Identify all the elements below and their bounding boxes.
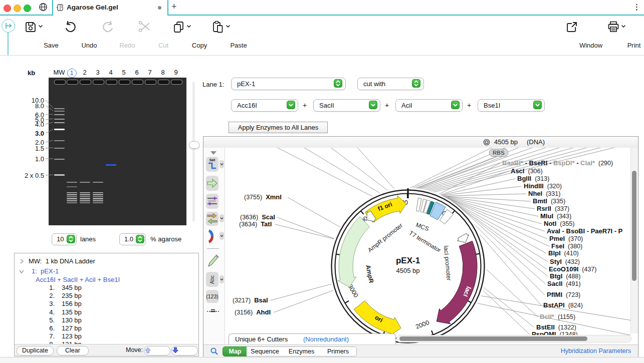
gel-band[interactable] — [54, 129, 65, 130]
gel-band[interactable] — [80, 202, 90, 203]
gel-band[interactable] — [54, 140, 65, 141]
restriction-site-label[interactable]: AvaI - BsoBI - PaeR7I - P — [547, 227, 622, 235]
lanes-count-spinner[interactable]: 10 — [52, 233, 77, 245]
enzyme-dropdown-1[interactable]: Acc16I — [231, 99, 298, 112]
lane-header-selected[interactable]: 1 — [65, 69, 79, 78]
lane-header-8[interactable]: 8 — [156, 69, 170, 76]
restriction-site-label[interactable]: (3634)TatI — [239, 220, 272, 228]
gel-band[interactable] — [93, 194, 103, 195]
enzyme-dropdown-2[interactable]: SacII — [313, 99, 380, 112]
cutters-tab[interactable]: Unique 6+ Cutters (Nonredundant) — [229, 333, 396, 345]
new-tab-button[interactable]: + — [171, 2, 177, 12]
restriction-site-label[interactable]: FseI(380) — [551, 242, 582, 250]
plasmid-map-canvas[interactable]: 50010001500200025003000350040004500f1 or… — [225, 148, 630, 344]
lane-header-6[interactable]: 6 — [130, 69, 144, 76]
tab-map[interactable]: Map — [223, 346, 248, 356]
gel-band-selected[interactable] — [106, 164, 116, 166]
restriction-site-label[interactable]: AscI(306) — [511, 167, 543, 175]
cut-with-stepper[interactable] — [412, 79, 420, 88]
fragment-row[interactable]: 5.130 bp — [44, 316, 82, 324]
restriction-site-label[interactable]: SacII(491) — [547, 280, 581, 287]
restriction-site-label[interactable]: EcoO109I(437) — [549, 265, 596, 273]
restriction-site-label[interactable]: HindIII(320) — [524, 182, 562, 190]
close-window-button[interactable] — [4, 5, 11, 12]
orf-tool-button[interactable] — [206, 228, 219, 245]
vertical-scroll-thumb[interactable] — [632, 171, 636, 281]
restriction-site-label[interactable]: BmtI(335) — [533, 197, 565, 205]
gel-band[interactable] — [67, 196, 77, 197]
enzyme-dropdown-caret[interactable] — [287, 101, 295, 109]
feature-small-box[interactable] — [416, 198, 421, 212]
lane-header-MW[interactable]: MW — [52, 69, 66, 76]
restriction-site-label[interactable]: NotI(355) — [544, 220, 574, 227]
gel-band[interactable] — [67, 192, 77, 193]
gel-band[interactable] — [67, 198, 77, 199]
restriction-site-label[interactable]: PflMI(723) — [547, 291, 580, 298]
translations-tool-caret[interactable] — [220, 214, 224, 222]
paste-button[interactable]: Paste — [200, 20, 239, 52]
lane-header-5[interactable]: 5 — [117, 69, 131, 76]
gel-band[interactable] — [93, 198, 103, 199]
gel-band[interactable] — [80, 200, 90, 201]
rbs-feature-badge[interactable]: RBS — [489, 149, 508, 157]
restriction-site-label[interactable]: StyI(432) — [550, 258, 580, 265]
gel-band[interactable] — [67, 200, 77, 201]
restriction-site-label[interactable]: BsaBI* - BseRI - BspDI* - ClaI*(290) — [502, 159, 613, 167]
copy-button[interactable]: Copy — [161, 20, 199, 52]
gel-band[interactable] — [80, 198, 90, 199]
apply-enzymes-button[interactable]: Apply Enzymes to All Lanes — [229, 122, 328, 133]
restriction-site-label[interactable]: BtgI(488) — [550, 272, 580, 280]
duplicate-button[interactable]: Duplicate — [17, 346, 54, 355]
sample-dropdown-stepper[interactable] — [334, 79, 342, 88]
fragment-row[interactable]: 6.127 bp — [44, 324, 82, 332]
restriction-site-label[interactable]: BlpI(410) — [548, 249, 579, 257]
lane-header-3[interactable]: 3 — [91, 69, 105, 76]
enzymes-tool-caret[interactable] — [220, 160, 224, 168]
restriction-site-label[interactable]: RsrII(337) — [537, 205, 569, 212]
chevron-right-icon[interactable] — [20, 259, 24, 264]
cutters-mode-link[interactable]: (Nonredundant) — [303, 335, 349, 343]
cut-with-dropdown[interactable]: cut with — [357, 78, 424, 90]
lanes-stepper[interactable] — [67, 235, 75, 243]
lane-header-9[interactable]: 9 — [169, 69, 183, 76]
gel-band[interactable] — [80, 196, 90, 197]
lane-header-2[interactable]: 2 — [78, 69, 92, 76]
add-primer-tool-button[interactable] — [206, 252, 220, 269]
restriction-site-label[interactable]: BglII(313) — [517, 175, 549, 182]
move-down-button[interactable] — [171, 346, 198, 355]
clear-button[interactable]: Clear — [57, 346, 89, 355]
window-button[interactable]: Window — [553, 20, 591, 52]
enzyme-dropdown-caret[interactable] — [533, 101, 542, 109]
fragment-row[interactable]: 3.156 bp — [44, 300, 82, 307]
feature-laci-promoter[interactable] — [458, 233, 469, 243]
gel-band[interactable] — [54, 119, 65, 120]
gel-image[interactable] — [49, 78, 186, 225]
restriction-site-label[interactable]: NheI(331) — [528, 190, 560, 197]
gel-band[interactable] — [67, 182, 77, 183]
move-up-button[interactable] — [144, 346, 170, 355]
undo-button[interactable]: Undo — [51, 20, 89, 52]
gel-band[interactable] — [54, 114, 65, 115]
fragment-row[interactable]: 2.235 bp — [44, 292, 82, 299]
restriction-site-label[interactable]: BclI*(1155) — [540, 313, 575, 320]
gel-band[interactable] — [54, 122, 65, 123]
gel-band[interactable] — [67, 186, 77, 187]
tab-enzymes[interactable]: Enzymes — [283, 346, 320, 356]
gel-band[interactable] — [93, 196, 103, 197]
restriction-site-label[interactable]: MluI(343) — [540, 212, 571, 220]
restriction-site-label[interactable]: (3636)ScaI — [240, 213, 275, 221]
gel-band[interactable] — [54, 148, 65, 149]
tab-agarose-gel[interactable]: Agarose Gel.gel — [53, 0, 168, 16]
horizontal-scroll-thumb[interactable] — [399, 336, 587, 341]
agarose-stepper[interactable] — [136, 235, 144, 243]
orf-tool-caret[interactable] — [220, 232, 224, 240]
fragment-row[interactable]: 1.345 bp — [44, 284, 82, 291]
translations-tool-button[interactable] — [206, 212, 219, 226]
gel-zoom-slider-track[interactable] — [192, 82, 195, 222]
zoom-window-button[interactable] — [24, 5, 31, 12]
minimize-window-button[interactable] — [14, 5, 21, 12]
tab-primers[interactable]: Primers — [320, 346, 357, 356]
gel-band[interactable] — [93, 192, 103, 193]
save-button[interactable]: Save — [13, 20, 51, 52]
collapse-triangle-icon[interactable] — [210, 151, 217, 155]
